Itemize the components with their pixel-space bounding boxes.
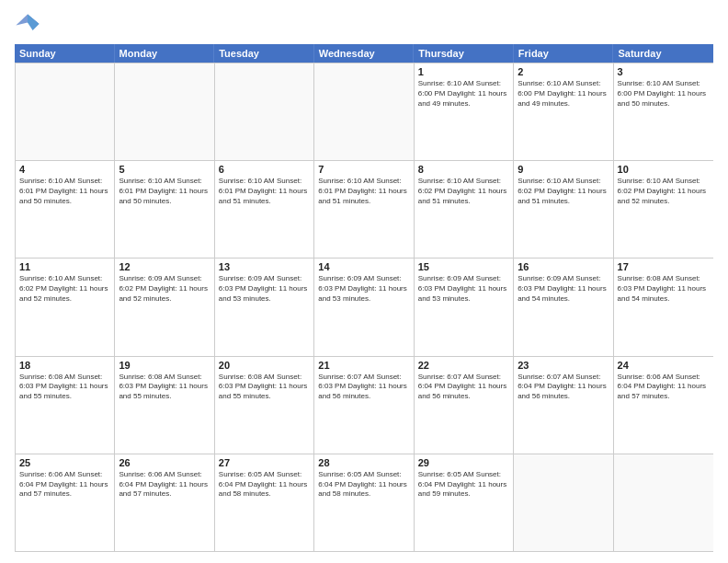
day-info: Sunrise: 6:10 AM Sunset: 6:00 PM Dayligh… (618, 79, 710, 109)
day-cell-27: 27Sunrise: 6:05 AM Sunset: 6:04 PM Dayli… (215, 454, 314, 551)
day-header-friday: Friday (514, 44, 614, 63)
day-number: 15 (418, 261, 509, 272)
day-info: Sunrise: 6:10 AM Sunset: 6:02 PM Dayligh… (19, 274, 110, 304)
day-info: Sunrise: 6:06 AM Sunset: 6:04 PM Dayligh… (618, 373, 710, 402)
calendar-body: 1Sunrise: 6:10 AM Sunset: 6:00 PM Daylig… (15, 63, 713, 552)
svg-marker-2 (16, 15, 28, 26)
day-cell-28: 28Sunrise: 6:05 AM Sunset: 6:04 PM Dayli… (314, 454, 414, 551)
day-cell-19: 19Sunrise: 6:08 AM Sunset: 6:03 PM Dayli… (115, 357, 214, 454)
day-cell-25: 25Sunrise: 6:06 AM Sunset: 6:04 PM Dayli… (16, 454, 115, 551)
day-number: 28 (318, 457, 409, 468)
day-cell-21: 21Sunrise: 6:07 AM Sunset: 6:03 PM Dayli… (314, 357, 414, 454)
day-info: Sunrise: 6:10 AM Sunset: 6:01 PM Dayligh… (219, 177, 310, 206)
day-info: Sunrise: 6:07 AM Sunset: 6:04 PM Dayligh… (418, 373, 509, 402)
day-info: Sunrise: 6:07 AM Sunset: 6:03 PM Dayligh… (318, 373, 409, 402)
day-number: 23 (518, 360, 609, 371)
day-number: 9 (518, 164, 609, 175)
day-info: Sunrise: 6:10 AM Sunset: 6:01 PM Dayligh… (318, 177, 409, 206)
empty-cell (16, 63, 115, 160)
day-header-tuesday: Tuesday (214, 44, 314, 63)
day-number: 5 (119, 164, 210, 175)
day-number: 24 (618, 360, 710, 371)
day-number: 11 (19, 261, 110, 272)
day-number: 17 (618, 261, 710, 272)
day-number: 13 (219, 261, 310, 272)
day-number: 29 (418, 457, 509, 468)
day-number: 8 (418, 164, 509, 175)
day-info: Sunrise: 6:08 AM Sunset: 6:03 PM Dayligh… (618, 274, 710, 304)
day-cell-29: 29Sunrise: 6:05 AM Sunset: 6:04 PM Dayli… (415, 454, 514, 551)
day-header-monday: Monday (115, 44, 215, 63)
day-number: 14 (318, 261, 409, 272)
day-number: 4 (19, 164, 110, 175)
day-number: 27 (219, 457, 310, 468)
svg-marker-1 (28, 15, 40, 31)
day-info: Sunrise: 6:10 AM Sunset: 6:01 PM Dayligh… (119, 177, 210, 206)
day-cell-17: 17Sunrise: 6:08 AM Sunset: 6:03 PM Dayli… (614, 259, 713, 355)
empty-cell (215, 63, 314, 160)
day-info: Sunrise: 6:09 AM Sunset: 6:03 PM Dayligh… (418, 274, 509, 304)
day-info: Sunrise: 6:10 AM Sunset: 6:01 PM Dayligh… (19, 177, 110, 206)
day-number: 25 (19, 457, 110, 468)
empty-cell (115, 63, 214, 160)
day-info: Sunrise: 6:09 AM Sunset: 6:03 PM Dayligh… (318, 274, 409, 304)
day-cell-4: 4Sunrise: 6:10 AM Sunset: 6:01 PM Daylig… (16, 161, 115, 258)
day-cell-22: 22Sunrise: 6:07 AM Sunset: 6:04 PM Dayli… (415, 357, 514, 454)
day-number: 21 (318, 360, 409, 371)
calendar-row-1: 4Sunrise: 6:10 AM Sunset: 6:01 PM Daylig… (16, 160, 713, 258)
day-info: Sunrise: 6:09 AM Sunset: 6:03 PM Dayligh… (518, 274, 609, 304)
day-info: Sunrise: 6:08 AM Sunset: 6:03 PM Dayligh… (219, 373, 310, 402)
day-number: 3 (618, 66, 710, 77)
day-cell-1: 1Sunrise: 6:10 AM Sunset: 6:00 PM Daylig… (415, 63, 514, 160)
day-number: 2 (518, 66, 609, 77)
day-number: 16 (518, 261, 609, 272)
calendar: SundayMondayTuesdayWednesdayThursdayFrid… (15, 44, 713, 552)
header (15, 11, 713, 37)
day-cell-12: 12Sunrise: 6:09 AM Sunset: 6:02 PM Dayli… (115, 259, 214, 355)
day-cell-6: 6Sunrise: 6:10 AM Sunset: 6:01 PM Daylig… (215, 161, 314, 258)
day-cell-18: 18Sunrise: 6:08 AM Sunset: 6:03 PM Dayli… (16, 357, 115, 454)
day-cell-24: 24Sunrise: 6:06 AM Sunset: 6:04 PM Dayli… (614, 357, 713, 454)
day-number: 18 (19, 360, 110, 371)
day-number: 6 (219, 164, 310, 175)
day-number: 26 (119, 457, 210, 468)
day-info: Sunrise: 6:10 AM Sunset: 6:02 PM Dayligh… (518, 177, 609, 206)
calendar-header: SundayMondayTuesdayWednesdayThursdayFrid… (15, 44, 713, 63)
day-info: Sunrise: 6:06 AM Sunset: 6:04 PM Dayligh… (119, 470, 210, 500)
day-header-saturday: Saturday (613, 44, 713, 63)
day-header-thursday: Thursday (414, 44, 514, 63)
calendar-row-2: 11Sunrise: 6:10 AM Sunset: 6:02 PM Dayli… (16, 258, 713, 355)
day-header-sunday: Sunday (15, 44, 115, 63)
calendar-row-4: 25Sunrise: 6:06 AM Sunset: 6:04 PM Dayli… (16, 454, 713, 551)
day-cell-5: 5Sunrise: 6:10 AM Sunset: 6:01 PM Daylig… (115, 161, 214, 258)
calendar-row-3: 18Sunrise: 6:08 AM Sunset: 6:03 PM Dayli… (16, 356, 713, 454)
page: SundayMondayTuesdayWednesdayThursdayFrid… (0, 0, 728, 563)
day-info: Sunrise: 6:10 AM Sunset: 6:00 PM Dayligh… (418, 79, 509, 109)
day-cell-14: 14Sunrise: 6:09 AM Sunset: 6:03 PM Dayli… (314, 259, 414, 355)
day-cell-15: 15Sunrise: 6:09 AM Sunset: 6:03 PM Dayli… (415, 259, 514, 355)
day-header-wednesday: Wednesday (314, 44, 415, 63)
day-number: 7 (318, 164, 409, 175)
day-info: Sunrise: 6:08 AM Sunset: 6:03 PM Dayligh… (119, 373, 210, 402)
calendar-row-0: 1Sunrise: 6:10 AM Sunset: 6:00 PM Daylig… (16, 63, 713, 160)
day-cell-20: 20Sunrise: 6:08 AM Sunset: 6:03 PM Dayli… (215, 357, 314, 454)
day-cell-11: 11Sunrise: 6:10 AM Sunset: 6:02 PM Dayli… (16, 259, 115, 355)
day-cell-3: 3Sunrise: 6:10 AM Sunset: 6:00 PM Daylig… (614, 63, 713, 160)
day-info: Sunrise: 6:07 AM Sunset: 6:04 PM Dayligh… (518, 373, 609, 402)
day-info: Sunrise: 6:05 AM Sunset: 6:04 PM Dayligh… (418, 470, 509, 500)
day-info: Sunrise: 6:09 AM Sunset: 6:03 PM Dayligh… (219, 274, 310, 304)
day-info: Sunrise: 6:10 AM Sunset: 6:02 PM Dayligh… (618, 177, 710, 206)
logo (15, 11, 44, 37)
empty-cell (314, 63, 414, 160)
day-cell-7: 7Sunrise: 6:10 AM Sunset: 6:01 PM Daylig… (314, 161, 414, 258)
day-cell-16: 16Sunrise: 6:09 AM Sunset: 6:03 PM Dayli… (514, 259, 613, 355)
day-info: Sunrise: 6:10 AM Sunset: 6:00 PM Dayligh… (518, 79, 609, 109)
day-number: 20 (219, 360, 310, 371)
day-info: Sunrise: 6:06 AM Sunset: 6:04 PM Dayligh… (19, 470, 110, 500)
day-cell-23: 23Sunrise: 6:07 AM Sunset: 6:04 PM Dayli… (514, 357, 613, 454)
day-number: 10 (618, 164, 710, 175)
day-cell-8: 8Sunrise: 6:10 AM Sunset: 6:02 PM Daylig… (415, 161, 514, 258)
day-cell-2: 2Sunrise: 6:10 AM Sunset: 6:00 PM Daylig… (514, 63, 613, 160)
empty-cell (614, 454, 713, 551)
day-cell-13: 13Sunrise: 6:09 AM Sunset: 6:03 PM Dayli… (215, 259, 314, 355)
